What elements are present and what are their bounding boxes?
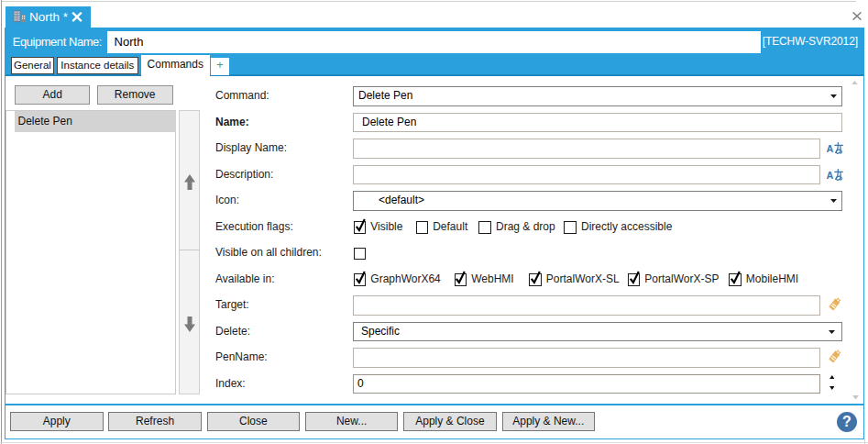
svg-text:A: A: [827, 143, 834, 154]
svg-text:A: A: [827, 169, 834, 180]
